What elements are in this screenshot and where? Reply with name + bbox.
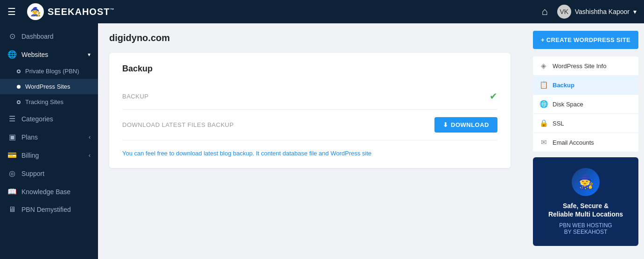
download-button[interactable]: ⬇ DOWNLOAD <box>434 117 498 133</box>
sidebar-item-support[interactable]: ◎ Support <box>0 164 98 182</box>
support-icon: ◎ <box>7 169 17 178</box>
download-label: DOWNLOAD LATEST FILES BACKUP <box>122 121 234 128</box>
main-content: digidyno.com Backup BACKUP ✔ DOWNLOAD LA… <box>98 23 527 259</box>
logo-icon: 🧙 <box>27 3 44 20</box>
right-menu-label: Backup <box>553 82 574 89</box>
sidebar-item-label: Private Blogs (PBN) <box>25 68 79 75</box>
right-menu-item-wp-site-info[interactable]: ◈ WordPress Site Info <box>533 56 638 76</box>
sidebar-item-label: Support <box>21 170 44 177</box>
dot-icon <box>17 85 21 89</box>
download-btn-label: DOWNLOAD <box>451 121 489 128</box>
backup-card-title: Backup <box>122 64 497 74</box>
email-icon: ✉ <box>539 138 548 147</box>
ad-banner-title: Safe, Secure & Reliable Multi Locations <box>548 202 623 218</box>
user-name: Vashishtha Kapoor <box>575 8 630 15</box>
ssl-icon: 🔒 <box>539 119 548 127</box>
disk-space-icon: 🌐 <box>539 100 548 108</box>
create-wordpress-button[interactable]: + CREATE WORDPRESS SITE <box>533 31 638 49</box>
download-icon: ⬇ <box>443 121 448 128</box>
page-title: digidyno.com <box>109 33 516 43</box>
sidebar: ⊙ Dashboard 🌐 Websites ▾ Private Blogs (… <box>0 23 98 259</box>
sidebar-item-label: WordPress Sites <box>25 83 70 90</box>
chevron-icon: ‹ <box>89 134 91 140</box>
hamburger-icon[interactable]: ☰ <box>7 6 16 17</box>
sidebar-item-label: Knowledge Base <box>21 188 70 196</box>
websites-icon: 🌐 <box>7 50 17 59</box>
sidebar-item-label: Tracking Sites <box>25 98 63 105</box>
sidebar-item-label: Categories <box>21 115 53 123</box>
dashboard-icon: ⊙ <box>7 32 17 41</box>
wizard-graphic: 🧙 <box>572 168 600 196</box>
topnav-left: ☰ 🧙 SEEKAHOST™ <box>7 3 114 20</box>
chevron-icon: ▾ <box>88 51 91 58</box>
right-menu: ◈ WordPress Site Info 📋 Backup 🌐 Disk Sp… <box>533 56 638 152</box>
right-panel: + CREATE WORDPRESS SITE ◈ WordPress Site… <box>527 23 644 259</box>
home-icon[interactable]: ⌂ <box>541 6 547 18</box>
sidebar-item-tracking-sites[interactable]: Tracking Sites <box>0 94 98 110</box>
user-area[interactable]: VK Vashishtha Kapoor ▾ <box>557 5 637 19</box>
categories-icon: ☰ <box>7 114 17 123</box>
backup-download-row: DOWNLOAD LATEST FILES BACKUP ⬇ DOWNLOAD <box>122 110 497 140</box>
chevron-down-icon: ▾ <box>633 8 637 15</box>
sidebar-item-billing[interactable]: 💳 Billing ‹ <box>0 146 98 164</box>
right-menu-label: Disk Space <box>553 101 583 108</box>
avatar: VK <box>557 5 571 19</box>
dot-icon <box>17 70 21 73</box>
billing-icon: 💳 <box>7 151 17 160</box>
right-menu-item-email-accounts[interactable]: ✉ Email Accounts <box>533 133 638 152</box>
backup-label: BACKUP <box>122 93 148 100</box>
sidebar-item-wordpress-sites[interactable]: WordPress Sites <box>0 79 98 94</box>
sidebar-item-private-blogs[interactable]: Private Blogs (PBN) <box>0 63 98 79</box>
backup-status-row: BACKUP ✔ <box>122 83 497 110</box>
backup-icon: 📋 <box>539 81 548 89</box>
chevron-icon: ‹ <box>89 152 91 159</box>
right-menu-label: SSL <box>553 120 564 127</box>
backup-note: You can feel free to download latest blo… <box>122 150 497 157</box>
sidebar-item-label: Plans <box>21 133 38 141</box>
sidebar-item-label: Dashboard <box>21 33 54 40</box>
topnav-right: ⌂ VK Vashishtha Kapoor ▾ <box>541 5 637 19</box>
backup-card: Backup BACKUP ✔ DOWNLOAD LATEST FILES BA… <box>109 53 511 168</box>
sidebar-item-pbn-demystified[interactable]: 🖥 PBN Demystified <box>0 201 98 218</box>
logo-area: 🧙 SEEKAHOST™ <box>27 3 114 20</box>
right-menu-item-disk-space[interactable]: 🌐 Disk Space <box>533 95 638 114</box>
sidebar-item-dashboard[interactable]: ⊙ Dashboard <box>0 27 98 45</box>
right-menu-item-ssl[interactable]: 🔒 SSL <box>533 114 638 133</box>
dot-icon <box>17 100 21 104</box>
sidebar-item-label: PBN Demystified <box>21 206 71 213</box>
wp-site-info-icon: ◈ <box>539 62 548 70</box>
topnav: ☰ 🧙 SEEKAHOST™ ⌂ VK Vashishtha Kapoor ▾ <box>0 0 644 23</box>
sidebar-item-knowledge-base[interactable]: 📖 Knowledge Base <box>0 182 98 201</box>
sidebar-item-plans[interactable]: ▣ Plans ‹ <box>0 128 98 146</box>
right-menu-label: Email Accounts <box>553 139 594 146</box>
sidebar-item-websites[interactable]: 🌐 Websites ▾ <box>0 45 98 63</box>
plans-icon: ▣ <box>7 133 17 141</box>
ad-banner-sub: PBN WEB HOSTING BY SEEKAHOST <box>559 222 612 235</box>
ad-banner: 🧙 Safe, Secure & Reliable Multi Location… <box>533 157 638 246</box>
sidebar-item-categories[interactable]: ☰ Categories <box>0 110 98 128</box>
sidebar-item-label: Websites <box>21 51 48 58</box>
knowledge-base-icon: 📖 <box>7 187 17 196</box>
sidebar-item-label: Billing <box>21 152 39 159</box>
layout: ⊙ Dashboard 🌐 Websites ▾ Private Blogs (… <box>0 23 644 259</box>
logo-text: SEEKAHOST™ <box>48 7 114 17</box>
check-icon: ✔ <box>490 91 497 102</box>
right-menu-item-backup[interactable]: 📋 Backup <box>533 76 638 95</box>
right-menu-label: WordPress Site Info <box>553 63 606 70</box>
pbn-icon: 🖥 <box>7 205 17 214</box>
